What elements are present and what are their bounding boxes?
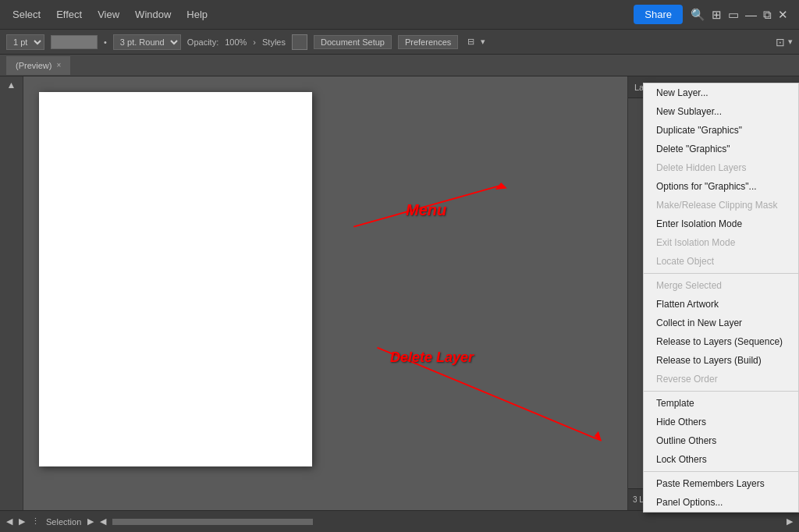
nav-next-icon[interactable]: ▶ xyxy=(19,516,25,527)
context-menu-item-outline-others[interactable]: Outline Others xyxy=(644,431,798,450)
nav-page-icon[interactable]: ⋮ xyxy=(31,516,40,527)
nav-right-icon[interactable]: ▶ xyxy=(87,516,94,527)
minimize-icon[interactable]: — xyxy=(745,8,757,21)
status-bar: ◀ ▶ ⋮ Selection ▶ ◀ ▶ xyxy=(0,510,799,532)
menu-window[interactable]: Window xyxy=(129,5,177,23)
context-menu-divider xyxy=(644,471,798,472)
nav-prev-icon[interactable]: ◀ xyxy=(6,516,12,527)
context-menu-item-delete--graphics-[interactable]: Delete "Graphics" xyxy=(644,140,798,158)
stroke-size-select[interactable]: 1 pt xyxy=(6,34,44,50)
scroll-up-icon[interactable]: ▲ xyxy=(7,80,16,90)
main-area: ▲ Menu Delete Layer Layers xyxy=(0,76,799,510)
context-menu-item-locate-object: Locate Object xyxy=(644,252,798,271)
search-icon[interactable]: 🔍 xyxy=(691,8,705,22)
canvas-area: Menu Delete Layer xyxy=(23,76,627,510)
stroke-style-select[interactable]: 3 pt. Round xyxy=(113,34,181,50)
document-setup-button[interactable]: Document Setup xyxy=(314,35,392,49)
share-button[interactable]: Share xyxy=(634,5,683,24)
selection-tool-label: Selection xyxy=(46,517,81,527)
context-menu-item-enter-isolation-mode[interactable]: Enter Isolation Mode xyxy=(644,215,798,233)
opacity-arrow: › xyxy=(253,37,256,47)
opacity-label: Opacity: xyxy=(187,37,218,47)
context-menu-item-new-sublayer---[interactable]: New Sublayer... xyxy=(644,102,798,121)
context-menu-item-release-to-layers--build-[interactable]: Release to Layers (Build) xyxy=(644,351,798,370)
scroll-right-icon[interactable]: ◀ xyxy=(100,516,106,527)
menu-annotation-text: Menu xyxy=(406,201,446,218)
context-menu-item-paste-remembers-layers[interactable]: Paste Remembers Layers xyxy=(644,474,798,493)
svg-marker-3 xyxy=(595,431,602,441)
menu-bar: Select Effect View Window Help Share 🔍 ⊞… xyxy=(0,0,799,30)
toolbar: 1 pt • 3 pt. Round Opacity: 100% › Style… xyxy=(0,30,799,55)
context-menu-item-exit-isolation-mode: Exit Isolation Mode xyxy=(644,233,798,252)
workspace-icon[interactable]: ⊟ xyxy=(467,37,474,47)
menu-select[interactable]: Select xyxy=(6,5,47,23)
delete-layer-annotation-text: Delete Layer xyxy=(390,349,474,365)
context-menu-item-merge-selected: Merge Selected xyxy=(644,276,798,295)
svg-marker-1 xyxy=(495,183,507,190)
context-menu-item-duplicate--graphics-[interactable]: Duplicate "Graphics" xyxy=(644,121,798,140)
context-menu-item-delete-hidden-layers: Delete Hidden Layers xyxy=(644,158,798,177)
menu-help[interactable]: Help xyxy=(180,5,214,23)
tab-label: (Preview) xyxy=(16,61,51,70)
restore-icon[interactable]: ⧉ xyxy=(763,8,772,22)
workspace-arrow[interactable]: ▾ xyxy=(481,37,485,47)
menu-annotation: Menu xyxy=(406,201,446,219)
menu-effect[interactable]: Effect xyxy=(50,5,88,23)
grid-icon[interactable]: ⊞ xyxy=(712,8,722,22)
tab-bar: (Preview) × xyxy=(0,55,799,76)
context-menu-item-lock-others[interactable]: Lock Others xyxy=(644,450,798,469)
preferences-button[interactable]: Preferences xyxy=(398,35,458,49)
context-menu-item-make-release-clipping-mask: Make/Release Clipping Mask xyxy=(644,196,798,215)
context-menu-divider xyxy=(644,273,798,274)
context-menu-item-template[interactable]: Template xyxy=(644,394,798,413)
styles-label: Styles xyxy=(262,37,286,47)
document-tab[interactable]: (Preview) × xyxy=(6,56,70,75)
left-tool-panel: ▲ xyxy=(0,76,23,510)
context-menu-item-new-layer---[interactable]: New Layer... xyxy=(644,83,798,102)
menu-view[interactable]: View xyxy=(91,5,126,23)
delete-layer-annotation: Delete Layer xyxy=(390,349,474,366)
context-menu-item-collect-in-new-layer[interactable]: Collect in New Layer xyxy=(644,314,798,332)
context-menu-item-release-to-layers--sequence-[interactable]: Release to Layers (Sequence) xyxy=(644,332,798,351)
context-menu-divider xyxy=(644,391,798,392)
context-menu: New Layer...New Sublayer...Duplicate "Gr… xyxy=(643,83,799,512)
panel-toggle-icon[interactable]: ⊡ xyxy=(776,36,785,48)
context-menu-item-flatten-artwork[interactable]: Flatten Artwork xyxy=(644,295,798,314)
opacity-value: 100% xyxy=(225,37,247,47)
context-menu-item-options-for--graphics----[interactable]: Options for "Graphics"... xyxy=(644,177,798,196)
tab-close-button[interactable]: × xyxy=(56,61,61,69)
panel-icon[interactable]: ▭ xyxy=(728,8,739,22)
context-menu-item-hide-others[interactable]: Hide Others xyxy=(644,413,798,431)
stroke-bullet: • xyxy=(104,37,107,47)
context-menu-item-panel-options---[interactable]: Panel Options... xyxy=(644,493,798,512)
top-right-icons: 🔍 ⊞ ▭ — ⧉ ✕ xyxy=(686,8,793,22)
layers-panel: Layers New Layer...New Sublayer...Duplic… xyxy=(627,76,799,510)
scroll-end-icon[interactable]: ▶ xyxy=(787,516,793,527)
panel-arrow[interactable]: ▾ xyxy=(788,37,793,47)
context-menu-item-reverse-order: Reverse Order xyxy=(644,370,798,388)
close-icon[interactable]: ✕ xyxy=(778,8,788,22)
artboard xyxy=(39,92,312,466)
